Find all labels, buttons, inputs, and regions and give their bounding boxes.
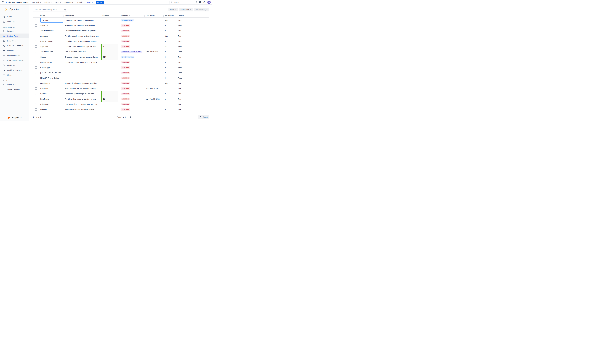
issue-count: 0	[164, 25, 177, 26]
sidebar-item-filters[interactable]: Filters	[0, 73, 29, 77]
help-icon[interactable]	[199, 1, 201, 3]
global-search-input[interactable]	[173, 1, 192, 3]
settings-gear-icon[interactable]	[203, 1, 206, 4]
bulk-action-button[interactable]: Bulk action	[179, 8, 193, 11]
field-name[interactable]: Affected services	[40, 30, 54, 32]
row-checkbox[interactable]	[35, 98, 37, 100]
field-name[interactable]: Attachment Size	[40, 51, 53, 53]
nav-item-dashboards[interactable]: Dashboards	[63, 0, 76, 4]
field-name[interactable]: [CHART] Time in Status	[40, 77, 59, 79]
row-checkbox[interactable]	[35, 66, 37, 68]
nav-item-filters[interactable]: Filters	[53, 0, 63, 4]
row-checkbox[interactable]	[35, 40, 37, 42]
column-header-screens[interactable]: Screens	[101, 14, 120, 17]
sidebar-item-issue-types[interactable]: Issue Types	[0, 38, 29, 43]
clear-search-icon[interactable]	[64, 8, 66, 10]
field-description: Provides search options for Jira Service…	[63, 35, 101, 37]
field-name[interactable]: Change type	[40, 67, 50, 68]
contexts-badge: 1 GLOBAL	[121, 87, 130, 90]
locked-value: False	[177, 72, 187, 74]
field-name[interactable]: Change reason	[40, 61, 52, 63]
field-name-cell: Change type	[39, 67, 63, 68]
chevron-down-icon	[92, 2, 93, 3]
table-row: Epic Link Enter when the change actually…	[33, 18, 209, 23]
last-used: -	[144, 108, 164, 110]
prev-page-arrow-icon[interactable]	[111, 116, 114, 118]
field-name[interactable]: Epic Color	[40, 88, 48, 90]
user-avatar[interactable]: JR	[207, 0, 211, 4]
export-button[interactable]: Export	[198, 115, 209, 119]
sidebar-item-issue-type-screen-sch[interactable]: Issue Type Screen Sch...	[0, 58, 29, 63]
row-checkbox[interactable]	[35, 24, 37, 27]
contexts-cell: 1 GLOBAL	[120, 103, 144, 106]
row-checkbox[interactable]	[35, 93, 37, 95]
field-name[interactable]: Actual start	[40, 25, 49, 26]
field-name[interactable]: Approver groups	[40, 40, 53, 42]
issue-count: 0	[164, 61, 177, 63]
field-name[interactable]: Approvals	[40, 35, 48, 37]
create-button[interactable]: Create	[96, 0, 104, 4]
row-checkbox[interactable]	[35, 103, 37, 105]
row-checkbox[interactable]	[35, 19, 37, 21]
sidebar-item-user-guides[interactable]: User Guides	[0, 82, 29, 87]
field-name[interactable]: development	[40, 82, 50, 84]
row-checkbox[interactable]	[35, 108, 37, 111]
next-page-arrow-icon[interactable]	[129, 116, 131, 118]
field-name[interactable]: Category	[40, 56, 47, 58]
field-name-cell: Epic Color	[39, 88, 63, 90]
screens-count-highlight: 11	[101, 96, 118, 102]
sidebar-item-screens[interactable]: Screens	[0, 48, 29, 53]
sidebar-item-custom-fields[interactable]: AaCustom Fields	[0, 33, 29, 38]
row-checkbox[interactable]	[35, 82, 37, 84]
sidebar-item-audit-log[interactable]: Audit Log	[0, 19, 29, 24]
row-checkbox[interactable]	[35, 77, 37, 79]
row-checkbox[interactable]	[35, 51, 37, 53]
sidebar-item-projects[interactable]: Projects	[0, 29, 29, 33]
nav-item-projects[interactable]: Projects	[42, 0, 53, 4]
sidebar-item-screen-schemes[interactable]: Screen Schemes	[0, 53, 29, 58]
field-description: -	[63, 77, 101, 79]
issue-types-icon	[3, 40, 5, 42]
custom-fields-search[interactable]	[33, 8, 67, 11]
custom-fields-search-input[interactable]	[34, 8, 64, 11]
field-name-cell: Approver groups	[39, 40, 63, 42]
review-changes-button[interactable]: Review changes	[194, 8, 209, 11]
issue-type-screen-schemes-icon	[3, 59, 5, 61]
column-header-contexts[interactable]: Contexts	[120, 14, 144, 17]
row-checkbox[interactable]	[35, 61, 37, 63]
nav-item-label: People	[77, 1, 83, 3]
locked-value: False	[177, 77, 187, 79]
sidebar-item-home[interactable]: Home	[0, 14, 29, 19]
table-row: [CHART] Date of First Res... - - 1 GLOBA…	[33, 70, 209, 75]
field-name-edit-input[interactable]: Epic Link	[40, 18, 63, 23]
view-button[interactable]: View	[168, 8, 178, 11]
field-name[interactable]: Flagged	[40, 108, 47, 110]
field-name[interactable]: [CHART] Date of First Res...	[40, 72, 62, 74]
sidebar-item-workflow-schemes[interactable]: Workflow Schemes	[0, 68, 29, 73]
field-name[interactable]: Epic Status	[40, 103, 49, 105]
column-header-name[interactable]: Name	[39, 14, 63, 17]
row-checkbox[interactable]	[35, 46, 37, 48]
row-checkbox[interactable]	[35, 72, 37, 74]
table-row: Epic Status Epic Status field for Jira S…	[33, 102, 209, 107]
jira-brand[interactable]: Jira Work Management	[5, 1, 29, 3]
row-checkbox[interactable]	[35, 30, 37, 32]
sidebar-item-issue-type-schemes[interactable]: Issue Type Schemes	[0, 43, 29, 48]
nav-item-people[interactable]: People	[76, 0, 86, 4]
row-checkbox[interactable]	[35, 87, 37, 90]
global-search[interactable]	[170, 0, 193, 4]
app-switcher-icon[interactable]	[1, 1, 5, 4]
field-name[interactable]: Epic Name	[40, 98, 49, 100]
sidebar-item-workflows[interactable]: Workflows	[0, 63, 29, 68]
column-header-last-used[interactable]: Last Used	[144, 14, 164, 17]
user-guides-icon	[3, 83, 5, 86]
row-checkbox[interactable]	[35, 56, 37, 58]
nav-item-apps[interactable]: Apps	[86, 0, 94, 4]
field-name[interactable]: Approvers	[40, 46, 48, 47]
field-name[interactable]: Epic Link	[40, 93, 47, 95]
sidebar-item-contact-support[interactable]: Contact Support	[0, 87, 29, 92]
nav-item-your-work[interactable]: Your work	[31, 0, 42, 4]
row-checkbox[interactable]	[35, 35, 37, 37]
notifications-bell-icon[interactable]	[195, 1, 198, 4]
locked-value: True	[177, 82, 187, 84]
